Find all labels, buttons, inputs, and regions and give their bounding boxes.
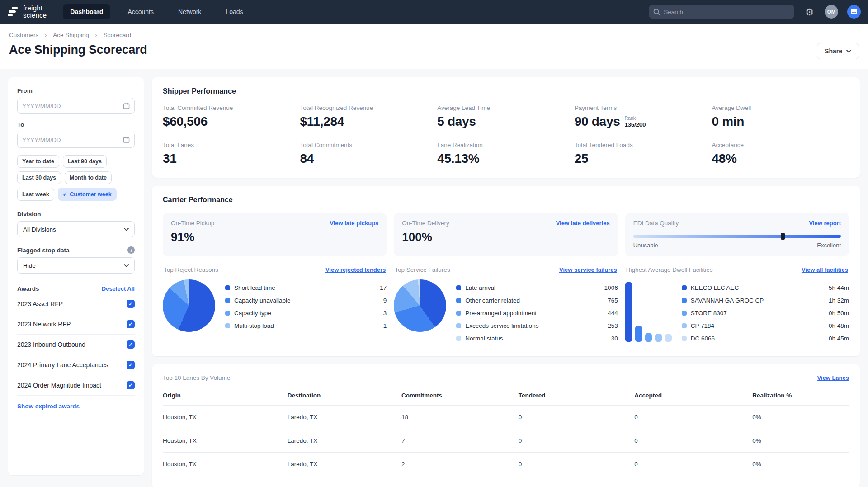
award-checkbox[interactable]: ✓	[127, 300, 135, 308]
chip-customer-week[interactable]: ✓Customer week	[58, 188, 117, 201]
award-checkbox[interactable]: ✓	[127, 381, 135, 389]
legend-item: KEECO LLC AEC5h 44m	[682, 281, 849, 294]
view-report-link[interactable]: View report	[809, 220, 841, 227]
shipper-performance-panel: Shipper Performance Total Committed Reve…	[152, 77, 860, 178]
service-failures-pie-chart	[394, 279, 446, 332]
search-input[interactable]	[664, 9, 790, 15]
search-box[interactable]	[649, 5, 794, 19]
legend-dot	[682, 285, 687, 290]
from-label: From	[17, 87, 135, 94]
legend-item: Short lead time17	[225, 281, 387, 294]
award-label: 2023 Network RFP	[17, 321, 71, 328]
flagged-stop-data-label: Flagged stop data i	[17, 246, 135, 254]
view-all-facilities-link[interactable]: View all facilities	[802, 266, 848, 273]
from-date-field[interactable]	[17, 98, 135, 114]
legend-item: Other carrier related765	[456, 294, 618, 307]
table-row: Houston, TX	[163, 453, 288, 476]
edi-quality-slider[interactable]	[633, 235, 841, 238]
share-label: Share	[825, 47, 842, 55]
chip-last-90-days[interactable]: Last 90 days	[63, 155, 107, 168]
breadcrumb-ace-shipping[interactable]: Ace Shipping	[53, 32, 89, 38]
nav-item-accounts[interactable]: Accounts	[120, 4, 161, 19]
flagged-stop-data-select[interactable]: Hide	[17, 257, 135, 274]
calendar-icon[interactable]	[123, 102, 130, 109]
nav-item-dashboard[interactable]: Dashboard	[63, 4, 110, 19]
chevron-down-icon	[124, 228, 129, 231]
table-cell: 0	[634, 429, 752, 453]
nav-item-network[interactable]: Network	[171, 4, 208, 19]
carrier-performance-title: Carrier Performance	[163, 196, 849, 204]
division-select[interactable]: All Divisions	[17, 221, 135, 237]
legend-item: Capacity unavailable9	[225, 294, 387, 307]
col-commitments: Commitments	[401, 388, 519, 406]
settings-gear-icon[interactable]: ⚙	[805, 7, 814, 17]
legend-dot	[456, 285, 461, 290]
award-label: 2023 Asset RFP	[17, 300, 63, 307]
award-label: 2024 Primary Lane Acceptances	[17, 361, 108, 369]
on-time-pickup-card: On-Time Pickup View late pickups 91%	[163, 213, 387, 256]
info-icon[interactable]: i	[127, 246, 135, 254]
brand-text: freight science	[23, 5, 47, 19]
table-cell: 7	[401, 429, 519, 453]
award-checkbox[interactable]: ✓	[127, 340, 135, 349]
legend-dot	[225, 285, 230, 290]
table-cell: 2	[401, 453, 519, 476]
show-expired-awards-link[interactable]: Show expired awards	[17, 403, 80, 410]
legend-item: CP 71840h 48m	[682, 319, 849, 332]
quick-range-chips: Year to date Last 90 days Last 30 days M…	[17, 155, 135, 201]
check-icon: ✓	[63, 191, 67, 198]
legend-dot	[682, 323, 687, 328]
chip-last-30-days[interactable]: Last 30 days	[17, 171, 61, 184]
filters-sidebar: From To Year to date Last 90 days Last 3…	[8, 77, 144, 475]
dwell-facilities-group: Highest Average Dwell Facilities View al…	[625, 266, 849, 345]
from-date-input[interactable]	[22, 103, 123, 109]
to-date-input[interactable]	[22, 137, 123, 143]
edi-slider-marker[interactable]	[781, 233, 785, 240]
brand-logo[interactable]: freight science	[7, 5, 47, 19]
breadcrumb-customers[interactable]: Customers	[9, 32, 38, 38]
view-late-pickups-link[interactable]: View late pickups	[330, 220, 378, 227]
metric-total-commitments: Total Commitments 84	[300, 142, 438, 166]
carrier-performance-panel: Carrier Performance On-Time Pickup View …	[152, 186, 860, 356]
metric-payment-terms: Payment Terms 90 days Rank 135/200	[575, 104, 712, 129]
payment-terms-rank: Rank 135/200	[624, 115, 646, 128]
award-row: 2024 Primary Lane Acceptances ✓	[17, 355, 135, 375]
calendar-icon[interactable]	[123, 136, 130, 143]
table-row: Houston, TX	[163, 429, 288, 453]
legend-item: STORE 83070h 50m	[682, 307, 849, 319]
chip-month-to-date[interactable]: Month to date	[65, 171, 112, 184]
view-service-failures-link[interactable]: View service failures	[559, 266, 617, 273]
table-cell: 0	[519, 453, 635, 476]
nav-item-loads[interactable]: Loads	[218, 4, 250, 19]
table-cell: 0	[519, 406, 635, 429]
view-rejected-tenders-link[interactable]: View rejected tenders	[326, 266, 386, 273]
page-header: Customers › Ace Shipping › Scorecard Ace…	[0, 24, 868, 69]
deselect-all-link[interactable]: Deselect All	[102, 285, 135, 292]
edi-data-quality-card: EDI Data Quality View report Unusable Ex…	[625, 213, 849, 256]
breadcrumb-scorecard[interactable]: Scorecard	[104, 32, 132, 38]
dwell-facilities-label: Highest Average Dwell Facilities	[626, 266, 713, 273]
chip-last-week[interactable]: Last week	[17, 188, 54, 201]
view-late-deliveries-link[interactable]: View late deliveries	[556, 220, 610, 227]
dwell-facilities-bar-chart	[625, 279, 672, 342]
edi-excellent-label: Excellent	[817, 242, 841, 249]
user-avatar[interactable]: OM	[825, 5, 838, 19]
legend-item: Multi-stop load1	[225, 319, 387, 332]
lanes-panel: Top 10 Lanes By Volume View Lanes Origin…	[152, 364, 860, 487]
legend-item: Exceeds service limitations253	[456, 319, 618, 332]
chat-support-icon[interactable]	[847, 5, 861, 19]
award-row: 2023 Network RFP ✓	[17, 314, 135, 335]
view-lanes-link[interactable]: View Lanes	[817, 374, 849, 381]
reject-reasons-pie-chart	[163, 279, 215, 332]
table-cell: 18	[401, 406, 519, 429]
award-checkbox[interactable]: ✓	[127, 320, 135, 328]
award-row: 2023 Inbound Outbound ✓	[17, 335, 135, 355]
award-row: 2024 Order Magnitude Impact ✓	[17, 375, 135, 396]
share-button[interactable]: Share	[817, 43, 859, 59]
metric-total-committed-revenue: Total Committed Revenue $60,506	[163, 104, 300, 129]
chip-year-to-date[interactable]: Year to date	[17, 155, 59, 168]
lanes-title: Top 10 Lanes By Volume	[163, 374, 230, 381]
award-checkbox[interactable]: ✓	[127, 361, 135, 369]
to-date-field[interactable]	[17, 132, 135, 148]
reject-reasons-legend: Short lead time17 Capacity unavailable9 …	[225, 279, 387, 332]
